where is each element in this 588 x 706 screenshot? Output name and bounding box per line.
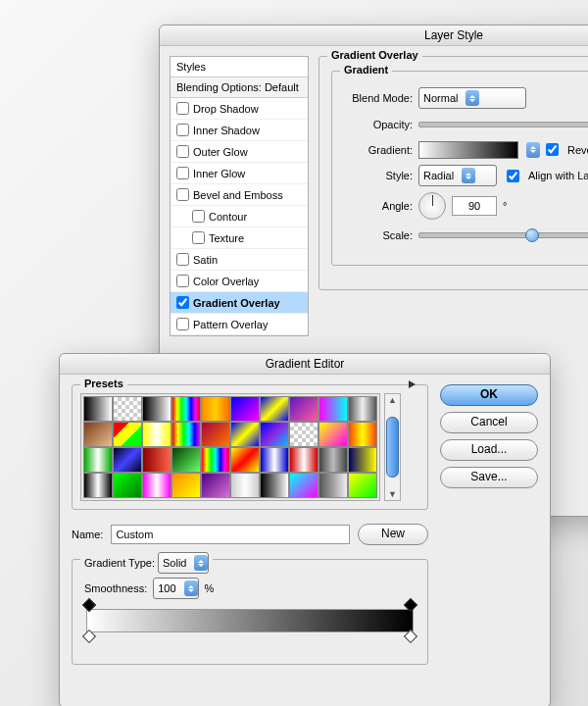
presets-scrollbar[interactable]: ▲ ▼ xyxy=(384,393,401,501)
preset-swatch[interactable] xyxy=(348,473,377,498)
preset-swatch[interactable] xyxy=(201,473,230,498)
scroll-down-icon[interactable]: ▼ xyxy=(388,489,397,499)
effect-row-inner-glow[interactable]: Inner Glow xyxy=(171,163,308,184)
effect-row-bevel-and-emboss[interactable]: Bevel and Emboss xyxy=(171,184,308,206)
preset-swatch[interactable] xyxy=(230,396,260,422)
scale-slider[interactable] xyxy=(418,232,588,238)
effect-row-color-overlay[interactable]: Color Overlay xyxy=(171,271,308,292)
gradient-editor-window: Gradient Editor Presets ▲ ▼ Name: New xyxy=(59,353,551,706)
preset-swatch[interactable] xyxy=(172,473,201,498)
preset-swatch[interactable] xyxy=(172,396,201,422)
preset-swatch[interactable] xyxy=(348,447,377,473)
preset-swatch[interactable] xyxy=(113,396,142,422)
preset-swatch[interactable] xyxy=(289,422,318,447)
smooth-field[interactable]: 100 xyxy=(153,578,198,599)
gradient-dropdown-icon[interactable] xyxy=(526,142,540,158)
opacity-stop-right[interactable] xyxy=(404,598,417,612)
presets-menu-icon[interactable] xyxy=(409,380,419,388)
effect-checkbox[interactable] xyxy=(176,253,189,266)
effect-checkbox[interactable] xyxy=(176,275,189,287)
preset-swatch[interactable] xyxy=(230,422,260,447)
gradient-swatch[interactable] xyxy=(418,141,518,159)
preset-swatch[interactable] xyxy=(83,396,113,422)
type-select[interactable]: Solid xyxy=(158,552,209,574)
effect-label: Color Overlay xyxy=(193,276,259,287)
preset-swatch[interactable] xyxy=(260,422,289,447)
effect-row-drop-shadow[interactable]: Drop Shadow xyxy=(171,98,308,120)
angle-field[interactable] xyxy=(452,196,497,216)
preset-swatch[interactable] xyxy=(289,396,318,422)
opacity-stop-left[interactable] xyxy=(82,598,96,612)
effect-row-satin[interactable]: Satin xyxy=(171,249,308,271)
effect-row-gradient-overlay[interactable]: Gradient Overlay xyxy=(171,292,308,314)
gradient-bar-area xyxy=(86,609,414,632)
effect-checkbox[interactable] xyxy=(176,145,189,158)
preset-swatch[interactable] xyxy=(142,422,172,447)
preset-swatch[interactable] xyxy=(348,422,377,447)
preset-swatch[interactable] xyxy=(142,473,172,498)
new-button[interactable]: New xyxy=(358,524,428,545)
reverse-checkbox[interactable] xyxy=(546,143,559,156)
preset-swatch[interactable] xyxy=(289,447,318,473)
preset-swatch[interactable] xyxy=(318,422,348,447)
effect-checkbox[interactable] xyxy=(176,318,189,330)
angle-label: Angle: xyxy=(344,200,413,212)
gradient-bar[interactable] xyxy=(86,609,414,632)
effect-row-contour[interactable]: Contour xyxy=(171,206,308,227)
effect-checkbox[interactable] xyxy=(176,124,189,136)
effect-checkbox[interactable] xyxy=(176,167,189,179)
styles-header[interactable]: Styles xyxy=(171,57,308,77)
presets-grid xyxy=(80,393,380,501)
presets-frame: Presets ▲ ▼ xyxy=(72,384,428,510)
preset-swatch[interactable] xyxy=(230,447,260,473)
effect-label: Drop Shadow xyxy=(193,103,259,115)
effect-row-inner-shadow[interactable]: Inner Shadow xyxy=(171,120,308,141)
preset-swatch[interactable] xyxy=(83,447,113,473)
preset-swatch[interactable] xyxy=(172,447,201,473)
preset-swatch[interactable] xyxy=(113,447,142,473)
preset-swatch[interactable] xyxy=(260,447,289,473)
blend-mode-select[interactable]: Normal xyxy=(418,87,526,109)
preset-swatch[interactable] xyxy=(142,396,172,422)
name-field[interactable] xyxy=(111,525,350,544)
effect-row-outer-glow[interactable]: Outer Glow xyxy=(171,141,308,163)
gradient-overlay-legend: Gradient Overlay xyxy=(327,49,422,61)
preset-swatch[interactable] xyxy=(142,447,172,473)
preset-swatch[interactable] xyxy=(83,473,113,498)
blending-options-row[interactable]: Blending Options: Default xyxy=(171,77,308,98)
preset-swatch[interactable] xyxy=(289,473,318,498)
load-button[interactable]: Load... xyxy=(440,439,538,461)
preset-swatch[interactable] xyxy=(230,473,260,498)
effect-checkbox[interactable] xyxy=(176,188,189,201)
preset-swatch[interactable] xyxy=(260,473,289,498)
preset-swatch[interactable] xyxy=(348,396,377,422)
color-stop-left[interactable] xyxy=(82,630,96,643)
style-select[interactable]: Radial xyxy=(418,165,497,186)
preset-swatch[interactable] xyxy=(201,396,230,422)
effect-row-texture[interactable]: Texture xyxy=(171,227,308,249)
effect-label: Outer Glow xyxy=(193,146,248,158)
effect-row-pattern-overlay[interactable]: Pattern Overlay xyxy=(171,314,308,335)
effect-checkbox[interactable] xyxy=(176,296,189,309)
ok-button[interactable]: OK xyxy=(440,384,538,406)
preset-swatch[interactable] xyxy=(113,422,142,447)
color-stop-right[interactable] xyxy=(404,630,417,643)
preset-swatch[interactable] xyxy=(172,422,201,447)
save-button[interactable]: Save... xyxy=(440,467,538,488)
preset-swatch[interactable] xyxy=(318,473,348,498)
preset-swatch[interactable] xyxy=(201,422,230,447)
preset-swatch[interactable] xyxy=(201,447,230,473)
effect-checkbox[interactable] xyxy=(192,210,205,223)
preset-swatch[interactable] xyxy=(318,396,348,422)
effect-checkbox[interactable] xyxy=(192,231,205,244)
opacity-slider[interactable] xyxy=(418,122,588,127)
preset-swatch[interactable] xyxy=(113,473,142,498)
effect-checkbox[interactable] xyxy=(176,102,189,115)
cancel-button[interactable]: Cancel xyxy=(440,412,538,433)
preset-swatch[interactable] xyxy=(318,447,348,473)
preset-swatch[interactable] xyxy=(260,396,289,422)
scroll-up-icon[interactable]: ▲ xyxy=(388,395,397,405)
preset-swatch[interactable] xyxy=(83,422,113,447)
angle-dial[interactable] xyxy=(418,192,446,220)
align-checkbox[interactable] xyxy=(507,170,519,182)
